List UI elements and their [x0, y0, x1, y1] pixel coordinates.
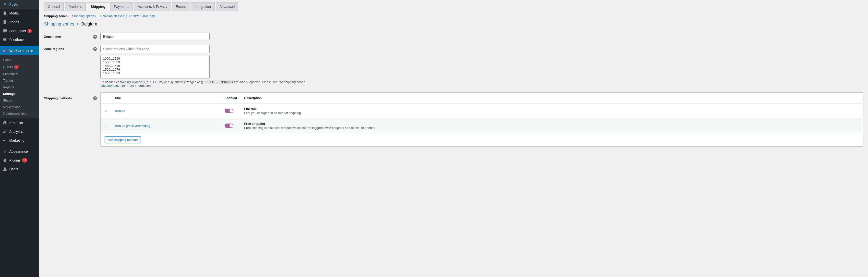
col-description: Description: [244, 96, 859, 100]
media-icon: [2, 11, 7, 16]
settings-tabs: General Products Shipping Payments Accou…: [44, 2, 863, 11]
pin-icon: [2, 2, 7, 7]
user-icon: [2, 167, 7, 172]
subnav-classes[interactable]: Shipping classes: [100, 14, 124, 18]
subnav-trunkrs[interactable]: Trunkrs Same-day: [129, 14, 155, 18]
sidebar-item-label: Users: [9, 167, 19, 171]
comment-icon: [2, 28, 7, 33]
sidebar-item-label: Products: [9, 121, 23, 125]
shipping-methods-table: Title Enabled Description ≡ Trunkrs Flat…: [100, 92, 863, 146]
zone-name-label: Zone name ?: [44, 33, 100, 40]
comments-badge: 1: [27, 29, 32, 33]
subnav-zones[interactable]: Shipping zones: [44, 14, 68, 18]
feedback-icon: [2, 37, 7, 42]
help-tip-icon[interactable]: ?: [93, 35, 97, 39]
woo-icon: woo: [2, 48, 7, 53]
shipping-subnav: Shipping zones | Shipping options | Ship…: [44, 14, 863, 18]
svg-rect-1: [4, 41, 5, 41]
sidebar-item-comments[interactable]: Comments 1: [0, 26, 39, 35]
sidebar-item-label: Appearance: [9, 149, 28, 154]
method-desc-title: Free shipping: [244, 122, 859, 126]
tab-accounts[interactable]: Accounts & Privacy: [134, 2, 171, 11]
sub-item-status[interactable]: Status: [0, 97, 39, 104]
sidebar-item-appearance[interactable]: Appearance: [0, 147, 39, 156]
svg-rect-0: [3, 38, 7, 41]
svg-text:woo: woo: [3, 50, 7, 52]
tab-products[interactable]: Products: [65, 2, 86, 11]
tab-advanced[interactable]: Advanced: [216, 2, 238, 11]
method-desc-text: Free shipping is a special method which …: [244, 126, 859, 130]
method-desc-title: Flat rate: [244, 107, 859, 111]
tab-payments[interactable]: Payments: [110, 2, 133, 11]
help-tip-icon[interactable]: ?: [93, 47, 97, 51]
plugins-badge: 11: [22, 158, 27, 163]
drag-handle-icon[interactable]: ≡: [104, 109, 106, 113]
table-footer: Add shipping method: [101, 133, 863, 146]
shipping-methods-label: Shipping methods ?: [44, 92, 100, 146]
col-enabled: Enabled: [225, 96, 244, 100]
chart-icon: [2, 129, 7, 134]
sidebar-item-label: Posts: [9, 2, 18, 6]
sidebar-item-label: Plugins: [9, 158, 21, 162]
sidebar-submenu: Home Orders9 Customers Trunkrs Reports S…: [0, 55, 39, 118]
method-desc-text: Lets you charge a fixed rate for shippin…: [244, 111, 859, 115]
svg-point-7: [4, 167, 6, 169]
sidebar-item-analytics[interactable]: Analytics: [0, 127, 39, 136]
subnav-options[interactable]: Shipping options: [72, 14, 96, 18]
method-title-link[interactable]: Trunkrs: [114, 109, 125, 113]
help-tip-icon[interactable]: ?: [93, 96, 97, 100]
sidebar-item-feedback[interactable]: Feedback: [0, 35, 39, 44]
product-icon: [2, 120, 7, 125]
postcodes-textarea[interactable]: 1000...1219 1500...1509 1540...1549 1560…: [100, 55, 210, 78]
sub-item-marketplace[interactable]: Marketplace: [0, 104, 39, 110]
sidebar-item-label: Comments: [9, 29, 26, 33]
sub-item-orders[interactable]: Orders9: [0, 63, 39, 71]
sub-item-settings[interactable]: Settings: [0, 90, 39, 97]
sub-item-trunkrs[interactable]: Trunkrs: [0, 77, 39, 84]
plugin-icon: [2, 158, 7, 163]
sidebar-item-label: Media: [9, 11, 19, 15]
sub-item-customers[interactable]: Customers: [0, 71, 39, 77]
sidebar-item-plugins[interactable]: Plugins 11: [0, 156, 39, 165]
zone-name-input[interactable]: [100, 33, 210, 40]
breadcrumb: Shipping zones > Belgium: [44, 22, 863, 27]
sidebar-item-media[interactable]: Media: [0, 9, 39, 18]
breadcrumb-current: Belgium: [81, 22, 97, 26]
brush-icon: [2, 149, 7, 154]
documentation-link[interactable]: documentation: [100, 84, 121, 87]
svg-rect-5: [4, 131, 5, 133]
sidebar-item-label: Marketing: [9, 138, 24, 142]
sidebar-item-label: Pages: [9, 20, 19, 24]
method-enabled-toggle[interactable]: [225, 123, 234, 128]
add-shipping-method-button[interactable]: Add shipping method: [104, 136, 141, 143]
sidebar-item-label: Analytics: [9, 130, 23, 134]
zone-regions-select[interactable]: Select regions within this zone: [100, 45, 210, 53]
sub-item-subscriptions[interactable]: My Subscriptions: [0, 110, 39, 117]
sidebar-item-users[interactable]: Users: [0, 165, 39, 173]
tab-emails[interactable]: Emails: [172, 2, 190, 11]
breadcrumb-parent[interactable]: Shipping zones: [44, 22, 74, 26]
tab-general[interactable]: General: [44, 2, 64, 11]
col-title: Title: [114, 96, 225, 100]
sidebar-item-label: Feedback: [9, 38, 24, 42]
method-enabled-toggle[interactable]: [225, 109, 234, 113]
sidebar-item-marketing[interactable]: Marketing: [0, 136, 39, 145]
sidebar-item-woocommerce[interactable]: woo WooCommerce: [0, 46, 39, 55]
sidebar-separator: [0, 146, 39, 146]
sub-item-home[interactable]: Home: [0, 57, 39, 63]
drag-handle-icon[interactable]: ≡: [104, 124, 106, 128]
sidebar-item-pages[interactable]: Pages: [0, 18, 39, 26]
postcodes-help: Postcodes containing wildcards (e.g. CB2…: [100, 80, 321, 87]
method-title-link[interactable]: Trunkrs gratis verzending: [114, 124, 150, 128]
sub-item-reports[interactable]: Reports: [0, 84, 39, 90]
sidebar-item-label: WooCommerce: [9, 49, 33, 53]
sidebar-item-posts[interactable]: Posts: [0, 0, 39, 9]
main-content: General Products Shipping Payments Accou…: [39, 0, 868, 277]
table-row: ≡ Trunkrs gratis verzending Free shippin…: [101, 118, 863, 133]
page-icon: [2, 20, 7, 25]
tab-integration[interactable]: Integration: [191, 2, 215, 11]
table-header: Title Enabled Description: [101, 93, 863, 104]
sidebar-item-products[interactable]: Products: [0, 118, 39, 127]
tab-shipping[interactable]: Shipping: [87, 2, 109, 11]
zone-regions-label: Zone regions ?: [44, 45, 100, 87]
